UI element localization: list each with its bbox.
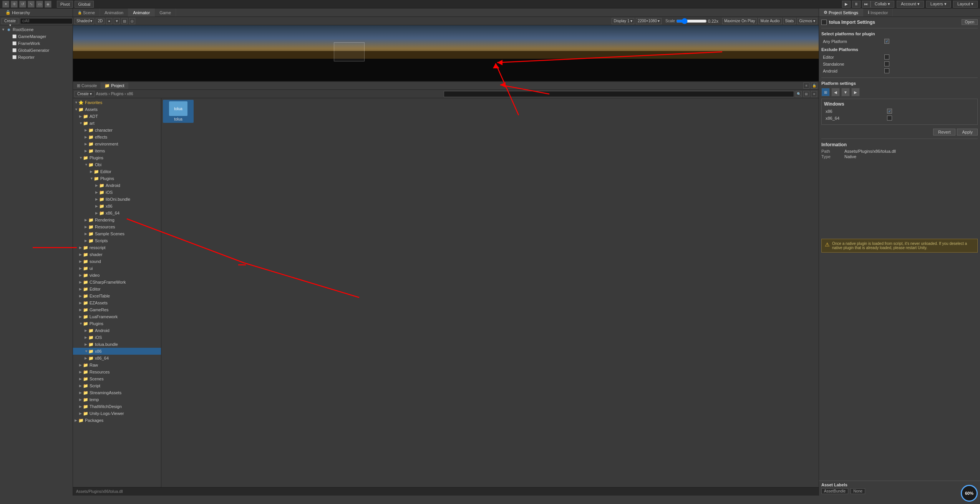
ft-character[interactable]: ▶ 📁 character [73,127,161,134]
move-tool[interactable]: ✛ [11,1,18,8]
toolbar-sm-3[interactable]: ▤ [121,18,128,24]
ft-video[interactable]: ▶ 📁 video [73,272,161,279]
ft-scenes[interactable]: ▶ 📁 Scenes [73,375,161,382]
rotate-tool[interactable]: ↺ [19,1,26,8]
pause-button[interactable]: ⏸ [852,1,861,8]
x86-checkbox[interactable] [887,109,892,114]
ft-plugins3[interactable]: ▼ 📁 Plugins [73,320,161,327]
game-tab[interactable]: Game [155,8,176,17]
apply-btn[interactable]: Apply [957,129,978,136]
ft-unitylogs[interactable]: ▶ 📁 Unity-Logs-Viewer [73,410,161,417]
ft-ios1[interactable]: ▶ 📁 iOS [73,189,161,196]
insp-active-checkbox[interactable] [821,20,827,25]
hierarchy-item-framework[interactable]: ⬜ FrameWork [0,40,73,47]
project-view-toggle[interactable]: ≡ [811,91,817,97]
favorites-item[interactable]: ▼ ⭐ Favorites [73,99,161,106]
play-button[interactable]: ▶ [842,1,851,8]
ft-gameres[interactable]: ▶ 📁 GameRes [73,306,161,313]
ft-ezassets[interactable]: ▶ 📁 EZAssets [73,299,161,306]
project-create-btn[interactable]: Create ▾ [75,91,95,97]
resolution-dropdown[interactable]: 2200×1080 ▾ [636,18,662,24]
ft-x86_64[interactable]: ▶ 📁 x86_64 [73,355,161,362]
ft-android1[interactable]: ▶ 📁 Android [73,182,161,189]
ft-temp[interactable]: ▶ 📁 temp [73,396,161,403]
platform-arrow-down[interactable]: ▼ [841,88,850,96]
maximize-btn[interactable]: Maximize On Play [722,18,757,24]
ft-resscript[interactable]: ▶ 📁 resscript [73,244,161,251]
animator-tab[interactable]: Animator [128,8,155,17]
standalone-checkbox[interactable] [884,61,889,66]
scene-root-item[interactable]: ▼ ◉ RootScene [0,26,73,33]
ft-editor2[interactable]: ▶ 📁 Editor [73,286,161,292]
hierarchy-item-globalgenerator[interactable]: ⬜ GlobalGenerator [0,47,73,54]
ft-plugins2[interactable]: ▼ 📁 Plugins [73,175,161,182]
assetbundle-label[interactable]: AssetBundle [821,488,848,494]
shaded-dropdown[interactable]: Shaded ▾ [75,18,94,24]
ft-liboni[interactable]: ▶ 📁 libOni.bundle [73,196,161,203]
file-item-tolua[interactable]: tolua tolua [163,100,194,123]
ft-sound[interactable]: ▶ 📁 sound [73,258,161,265]
ft-android2[interactable]: ▶ 📁 Android [73,327,161,334]
layout-btn[interactable]: Layout ▾ [953,1,978,8]
x86_64-checkbox[interactable] [887,116,892,121]
ft-effects[interactable]: ▶ 📁 effects [73,134,161,140]
ft-resources1[interactable]: ▶ 📁 Resources [73,223,161,230]
ft-ui[interactable]: ▶ 📁 ui [73,265,161,272]
ft-shader[interactable]: ▶ 📁 shader [73,251,161,258]
scale-tool[interactable]: ⤡ [28,1,35,8]
ft-script[interactable]: ▶ 📁 Script [73,382,161,389]
ft-thatwitch[interactable]: ▶ 📁 ThatWitchDesign [73,403,161,410]
ft-samplescenes[interactable]: ▶ 📁 Sample Scenes [73,230,161,237]
panel-lock-btn[interactable]: 🔒 [811,83,817,89]
editor-checkbox[interactable] [884,55,889,59]
gizmos-btn[interactable]: Gizmos ▾ [797,18,817,24]
collab-btn[interactable]: Collab ▾ [871,1,894,8]
android-checkbox[interactable] [884,68,889,73]
twod-btn[interactable]: 2D [96,18,104,24]
pivot-btn[interactable]: Pivot [57,1,73,8]
hierarchy-item-gamemanager[interactable]: ⬜ GameManager [0,33,73,40]
project-settings-tab[interactable]: ⚙ Project Settings [819,8,863,17]
project-search[interactable] [444,91,794,97]
ft-raw[interactable]: ▶ 📁 Raw [73,362,161,368]
step-button[interactable]: ⏭ [862,1,871,8]
rect-tool[interactable]: ▭ [36,1,43,8]
ft-editor1[interactable]: ▶ 📁 Editor [73,168,161,175]
project-tab[interactable]: 📁 Project [101,83,128,89]
ft-toluabundle[interactable]: ▶ 📁 tolua.bundle [73,341,161,348]
ft-adt[interactable]: ▶ 📁 ADT [73,113,161,120]
project-search-icon[interactable]: 🔍 [796,91,802,97]
toolbar-sm-2[interactable]: ▼ [114,18,120,24]
ft-packages[interactable]: ▶ 📁 Packages [73,417,161,424]
ft-x86-obi[interactable]: ▶ 📁 x86 [73,203,161,210]
scale-slider[interactable] [676,20,707,23]
global-btn[interactable]: Global [75,1,94,8]
toolbar-sm-4[interactable]: ◎ [129,18,135,24]
ft-obi[interactable]: ▼ 📁 Obi [73,161,161,168]
ft-ios2[interactable]: ▶ 📁 iOS [73,334,161,341]
ft-scripts[interactable]: ▶ 📁 Scripts [73,237,161,244]
stats-btn[interactable]: Stats [783,18,796,24]
ft-plugins-obi[interactable]: ▼ 📁 Plugins [73,154,161,161]
platform-arrow-right[interactable]: ▶ [851,88,860,96]
ft-items[interactable]: ▶ 📁 items [73,147,161,154]
ft-assets[interactable]: ▼ 📁 Assets [73,106,161,113]
hierarchy-tab[interactable]: 🔒 Hierarchy [2,9,33,16]
ft-streamingassets[interactable]: ▶ 📁 StreamingAssets [73,389,161,396]
inspector-tab[interactable]: ℹ Inspector [863,8,893,17]
ft-x86[interactable]: ▼ 📁 x86 [73,348,161,355]
insp-open-btn[interactable]: Open [962,19,978,25]
layers-btn[interactable]: Layers ▾ [926,1,951,8]
ft-environment[interactable]: ▶ 📁 environment [73,140,161,147]
panel-menu-btn[interactable]: ≡ [803,83,809,89]
display-dropdown[interactable]: Display 1 ▾ [612,18,634,24]
windows-platform-icon[interactable]: ⊞ [821,88,830,96]
ft-rendering[interactable]: ▶ 📁 Rendering [73,216,161,223]
mute-btn[interactable]: Mute Audio [758,18,781,24]
account-btn[interactable]: Account ▾ [897,1,924,8]
ft-resources2[interactable]: ▶ 📁 Resources [73,368,161,375]
none-label[interactable]: None [851,488,865,494]
scene-tab[interactable]: 🔒 Scene [73,8,100,17]
animation-tab[interactable]: Animation [100,8,128,17]
ft-exceltable[interactable]: ▶ 📁 ExcelTable [73,292,161,299]
